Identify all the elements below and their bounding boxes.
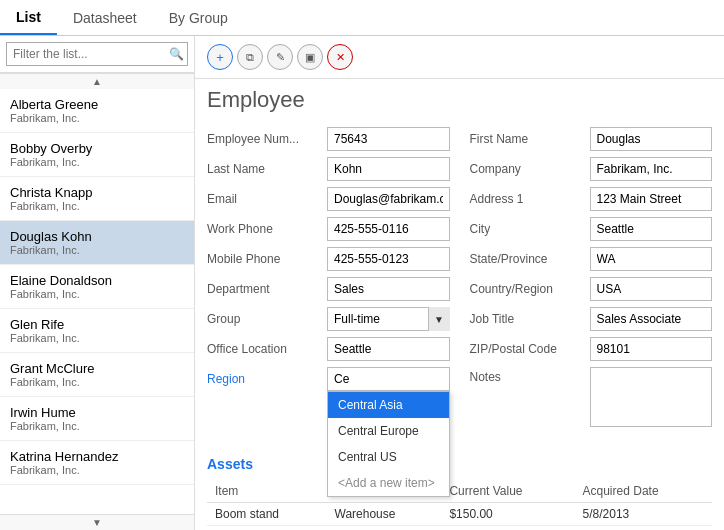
asset-location: Seattle <box>327 526 442 531</box>
state-input[interactable] <box>590 247 713 271</box>
item-name: Elaine Donaldson <box>10 273 184 288</box>
col-current-value: Current Value <box>441 480 574 503</box>
asset-date: 1/1/2012 <box>575 526 712 531</box>
city-input[interactable] <box>590 217 713 241</box>
toolbar: + ⧉ ✎ ▣ ✕ <box>195 36 724 79</box>
first-name-row: First Name <box>470 127 713 151</box>
address1-label: Address 1 <box>470 192 590 206</box>
item-name: Christa Knapp <box>10 185 184 200</box>
add-button[interactable]: + <box>207 44 233 70</box>
region-input-wrap: Central Asia Central Europe Central US <… <box>327 367 450 391</box>
asset-item: Boom stand <box>207 503 327 526</box>
table-row[interactable]: Microphone Seattle $200.00 1/1/2012 <box>207 526 712 531</box>
delete-button[interactable]: ✕ <box>327 44 353 70</box>
region-option-central-asia[interactable]: Central Asia <box>328 392 449 418</box>
list-item[interactable]: Irwin Hume Fabrikam, Inc. <box>0 397 194 441</box>
item-company: Fabrikam, Inc. <box>10 376 184 388</box>
scroll-up-arrow[interactable]: ▲ <box>0 73 194 89</box>
save-button[interactable]: ▣ <box>297 44 323 70</box>
list-item[interactable]: Christa Knapp Fabrikam, Inc. <box>0 177 194 221</box>
list-item[interactable]: Katrina Hernandez Fabrikam, Inc. <box>0 441 194 485</box>
state-value <box>590 247 713 271</box>
list-item[interactable]: Grant McClure Fabrikam, Inc. <box>0 353 194 397</box>
employee-num-input[interactable] <box>327 127 450 151</box>
company-label: Company <box>470 162 590 176</box>
asset-location: Warehouse <box>327 503 442 526</box>
company-value <box>590 157 713 181</box>
group-value: Full-time Part-time Contract ▼ <box>327 307 450 331</box>
list-item[interactable]: Alberta Greene Fabrikam, Inc. <box>0 89 194 133</box>
copy-button[interactable]: ⧉ <box>237 44 263 70</box>
region-option-central-europe[interactable]: Central Europe <box>328 418 449 444</box>
company-row: Company <box>470 157 713 181</box>
region-row: Region Central Asia Central Europe Centr… <box>207 367 450 391</box>
item-name: Alberta Greene <box>10 97 184 112</box>
item-company: Fabrikam, Inc. <box>10 464 184 476</box>
tab-datasheet[interactable]: Datasheet <box>57 2 153 34</box>
employee-header: Employee <box>195 79 724 117</box>
office-location-input[interactable] <box>327 337 450 361</box>
item-name: Bobby Overby <box>10 141 184 156</box>
work-phone-input[interactable] <box>327 217 450 241</box>
table-header-row: Item Location Current Value Acquired Dat… <box>207 480 712 503</box>
employee-num-label: Employee Num... <box>207 132 327 146</box>
assets-title: Assets <box>207 456 712 472</box>
country-label: Country/Region <box>470 282 590 296</box>
first-name-label: First Name <box>470 132 590 146</box>
company-input[interactable] <box>590 157 713 181</box>
top-tabs: List Datasheet By Group <box>0 0 724 36</box>
item-company: Fabrikam, Inc. <box>10 112 184 124</box>
mobile-phone-value <box>327 247 450 271</box>
address1-input[interactable] <box>590 187 713 211</box>
office-location-label: Office Location <box>207 342 327 356</box>
region-input[interactable] <box>327 367 450 391</box>
item-name: Irwin Hume <box>10 405 184 420</box>
first-name-value <box>590 127 713 151</box>
item-company: Fabrikam, Inc. <box>10 288 184 300</box>
group-row: Group Full-time Part-time Contract ▼ <box>207 307 450 331</box>
department-input[interactable] <box>327 277 450 301</box>
group-select-wrap: Full-time Part-time Contract ▼ <box>327 307 450 331</box>
table-row[interactable]: Boom stand Warehouse $150.00 5/8/2013 <box>207 503 712 526</box>
form-content: Employee Num... Last Name Email <box>195 117 724 446</box>
mobile-phone-input[interactable] <box>327 247 450 271</box>
group-select[interactable]: Full-time Part-time Contract <box>327 307 450 331</box>
job-title-input[interactable] <box>590 307 713 331</box>
state-row: State/Province <box>470 247 713 271</box>
country-row: Country/Region <box>470 277 713 301</box>
first-name-input[interactable] <box>590 127 713 151</box>
item-name: Douglas Kohn <box>10 229 184 244</box>
last-name-input[interactable] <box>327 157 450 181</box>
employee-section-title: Employee <box>207 87 712 113</box>
list-item[interactable]: Glen Rife Fabrikam, Inc. <box>0 309 194 353</box>
job-title-row: Job Title <box>470 307 713 331</box>
job-title-label: Job Title <box>470 312 590 326</box>
assets-table: Item Location Current Value Acquired Dat… <box>207 480 712 530</box>
item-company: Fabrikam, Inc. <box>10 200 184 212</box>
edit-button[interactable]: ✎ <box>267 44 293 70</box>
col-acquired-date: Acquired Date <box>575 480 712 503</box>
last-name-label: Last Name <box>207 162 327 176</box>
search-icon[interactable]: 🔍 <box>169 47 184 61</box>
address1-value <box>590 187 713 211</box>
asset-value: $150.00 <box>441 503 574 526</box>
notes-textarea[interactable] <box>590 367 713 427</box>
email-input[interactable] <box>327 187 450 211</box>
country-input[interactable] <box>590 277 713 301</box>
job-title-value <box>590 307 713 331</box>
address1-row: Address 1 <box>470 187 713 211</box>
asset-date: 5/8/2013 <box>575 503 712 526</box>
email-label: Email <box>207 192 327 206</box>
list-item[interactable]: Bobby Overby Fabrikam, Inc. <box>0 133 194 177</box>
search-input[interactable] <box>6 42 188 66</box>
region-option-central-us[interactable]: Central US <box>328 444 449 470</box>
scroll-down-arrow[interactable]: ▼ <box>0 514 194 530</box>
notes-label: Notes <box>470 367 590 384</box>
tab-bygroup[interactable]: By Group <box>153 2 244 34</box>
list-item[interactable]: Elaine Donaldson Fabrikam, Inc. <box>0 265 194 309</box>
work-phone-value <box>327 217 450 241</box>
list-item-active[interactable]: Douglas Kohn Fabrikam, Inc. <box>0 221 194 265</box>
region-option-add-new[interactable]: <Add a new item> <box>328 470 449 496</box>
zip-input[interactable] <box>590 337 713 361</box>
tab-list[interactable]: List <box>0 1 57 35</box>
